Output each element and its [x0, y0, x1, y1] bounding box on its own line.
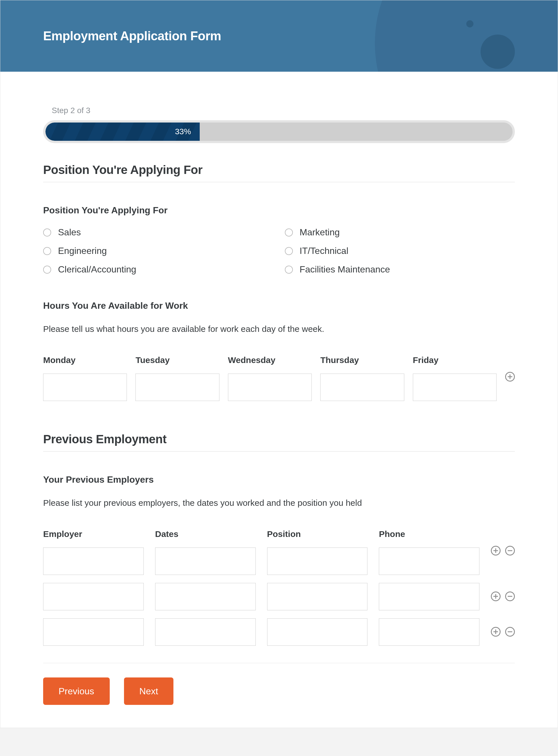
hours-col-tuesday: Tuesday — [135, 355, 219, 365]
employer-input[interactable] — [43, 583, 144, 610]
hours-input-friday[interactable] — [413, 373, 497, 401]
radio-label: Marketing — [300, 227, 340, 238]
hours-col-monday: Monday — [43, 355, 127, 365]
position-input[interactable] — [267, 583, 368, 610]
remove-row-icon[interactable] — [505, 592, 515, 601]
radio-icon — [43, 266, 51, 273]
position-input[interactable] — [267, 618, 368, 646]
next-button[interactable]: Next — [124, 677, 174, 705]
step-indicator: Step 2 of 3 — [52, 106, 515, 115]
hours-input-monday[interactable] — [43, 373, 127, 401]
hours-input-wednesday[interactable] — [228, 373, 312, 401]
dates-input[interactable] — [155, 583, 256, 610]
position-options: Sales Marketing Engineering IT/Technical… — [43, 227, 515, 275]
hours-input-thursday[interactable] — [320, 373, 404, 401]
progress-fill: 33% — [45, 123, 200, 141]
remove-row-icon[interactable] — [505, 546, 515, 555]
radio-icon — [285, 247, 293, 255]
dates-input[interactable] — [155, 548, 256, 575]
header-decoration-crater — [481, 34, 515, 69]
section-heading-previous-employment: Previous Employment — [43, 433, 515, 451]
phone-input[interactable] — [379, 548, 479, 575]
employers-col-position: Position — [267, 529, 368, 539]
radio-option-facilities-maintenance[interactable]: Facilities Maintenance — [285, 264, 515, 275]
hours-input-tuesday[interactable] — [135, 373, 219, 401]
employers-row — [43, 583, 515, 610]
phone-input[interactable] — [379, 618, 479, 646]
hours-col-thursday: Thursday — [320, 355, 404, 365]
hours-field-label: Hours You Are Available for Work — [43, 301, 515, 311]
employers-col-employer: Employer — [43, 529, 144, 539]
position-field-label: Position You're Applying For — [43, 205, 515, 216]
employers-row: Employer Dates Position Phone — [43, 529, 515, 575]
radio-label: Clerical/Accounting — [58, 264, 136, 275]
add-row-icon[interactable] — [491, 546, 501, 555]
hours-hint: Please tell us what hours you are availa… — [43, 322, 515, 335]
radio-option-marketing[interactable]: Marketing — [285, 227, 515, 238]
radio-icon — [285, 229, 293, 236]
form-title: Employment Application Form — [43, 29, 221, 43]
position-input[interactable] — [267, 548, 368, 575]
add-row-icon[interactable] — [491, 627, 501, 636]
previous-button[interactable]: Previous — [43, 677, 110, 705]
remove-row-icon[interactable] — [505, 627, 515, 636]
employers-col-dates: Dates — [155, 529, 256, 539]
radio-label: Engineering — [58, 245, 107, 256]
radio-option-sales[interactable]: Sales — [43, 227, 274, 238]
employer-input[interactable] — [43, 548, 144, 575]
hours-col-friday: Friday — [413, 355, 497, 365]
employers-hint: Please list your previous employers, the… — [43, 496, 515, 509]
employers-col-phone: Phone — [379, 529, 479, 539]
employers-field-label: Your Previous Employers — [43, 474, 515, 485]
radio-option-it-technical[interactable]: IT/Technical — [285, 245, 515, 256]
phone-input[interactable] — [379, 583, 479, 610]
hours-grid: Monday Tuesday Wednesday Thursday Friday — [43, 355, 515, 401]
section-heading-position: Position You're Applying For — [43, 163, 515, 182]
radio-icon — [285, 266, 293, 273]
form-footer: Previous Next — [43, 663, 515, 705]
header-decoration — [375, 0, 558, 72]
add-row-icon[interactable] — [505, 372, 515, 382]
employer-input[interactable] — [43, 618, 144, 646]
radio-label: IT/Technical — [300, 245, 349, 256]
progress-bar: 33% — [43, 120, 515, 143]
dates-input[interactable] — [155, 618, 256, 646]
progress-percent: 33% — [175, 127, 191, 136]
radio-icon — [43, 229, 51, 236]
radio-icon — [43, 247, 51, 255]
radio-label: Facilities Maintenance — [300, 264, 390, 275]
form-header: Employment Application Form — [0, 0, 558, 72]
add-row-icon[interactable] — [491, 592, 501, 601]
hours-col-wednesday: Wednesday — [228, 355, 312, 365]
radio-option-clerical-accounting[interactable]: Clerical/Accounting — [43, 264, 274, 275]
employers-row — [43, 618, 515, 646]
radio-label: Sales — [58, 227, 81, 238]
radio-option-engineering[interactable]: Engineering — [43, 245, 274, 256]
